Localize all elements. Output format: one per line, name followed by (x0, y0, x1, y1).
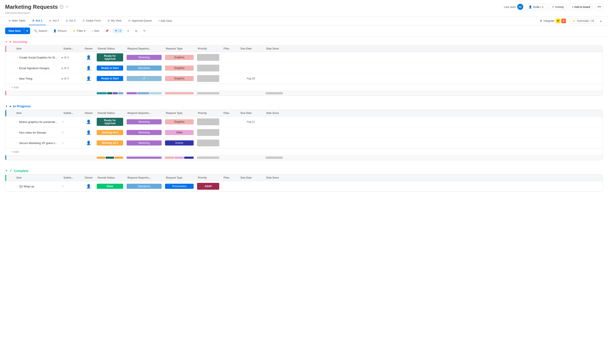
new-item-button[interactable]: New Item ▾ (5, 27, 30, 34)
add-to-board-button[interactable]: + Add to board (569, 4, 593, 10)
tab-act1[interactable]: ⊞ Act 1 (29, 16, 46, 25)
row-reqtype[interactable]: Presentation (163, 182, 195, 190)
add-subitem-icon[interactable]: + (16, 185, 18, 188)
expand-arrow-complete[interactable]: ▼ (5, 169, 8, 172)
row-item-name[interactable]: + Create Social Graphics for Elevat... (14, 54, 61, 61)
row-status[interactable]: Ready to Start (95, 75, 125, 82)
row-status[interactable]: Ready for Approval (95, 117, 125, 127)
add-row-incoming[interactable]: + Add (5, 84, 603, 91)
row-owner[interactable]: 👤 (82, 74, 95, 83)
row-owner[interactable]: 👤 (82, 182, 95, 191)
row-priority[interactable]: ASAP (195, 181, 221, 191)
invite-button[interactable]: 👤 Invite / 1 (526, 4, 546, 10)
row-subitem[interactable]: ⊟ (61, 119, 82, 125)
mailchimp-logo: M (556, 19, 560, 23)
integrate-button[interactable]: ⚙ Integrate M G (538, 18, 568, 24)
filter-button[interactable]: ⚡ Filter ▾ (70, 28, 88, 34)
edit-button[interactable]: ✎ (141, 28, 148, 34)
tab-my-view[interactable]: ⊞ My View (104, 16, 125, 25)
row-status[interactable]: Working on it (95, 129, 125, 136)
row-subitem[interactable]: ▶ ⊟ 3 (61, 65, 82, 71)
row-owner[interactable]: 👤 (82, 53, 95, 62)
collapse-button[interactable]: ▲ (599, 19, 603, 23)
automate-button[interactable]: ⚡ Automate / 15 (570, 18, 596, 24)
col-header-subitem: Subite... (61, 45, 82, 52)
row-reqtype[interactable]: Graphics (163, 64, 195, 72)
row-priority[interactable] (195, 73, 221, 84)
col-header-priority: Priority (195, 45, 221, 52)
add-subitem-icon[interactable]: + (16, 131, 18, 134)
formula-button[interactable]: ◎ (133, 28, 139, 34)
row-dept[interactable]: Marketing (125, 118, 163, 126)
tab-act3[interactable]: ⊞ Act 3 (62, 16, 79, 25)
row-reqtype[interactable]: Graphics (163, 75, 195, 82)
expand-arrow-incoming[interactable]: ▼ (5, 40, 8, 43)
more-options-button[interactable]: ••• (595, 3, 603, 10)
add-subitem-icon[interactable]: + (16, 120, 18, 123)
hidden-columns-badge[interactable]: 👁 / 5 (113, 28, 123, 33)
row-subitem[interactable]: ▶ ⊟ 3 (61, 54, 82, 61)
row-status[interactable]: Done (95, 182, 125, 190)
row-owner[interactable]: 👤 (82, 138, 95, 148)
add-subitem-icon[interactable]: + (16, 67, 18, 69)
table-icon: ⊞ (128, 19, 131, 22)
row-status[interactable]: Ready to Start (95, 64, 125, 72)
tab-approval-queue[interactable]: ⊞ Approval Queue (125, 16, 155, 25)
expand-arrow-inprogress[interactable]: ▼ (5, 105, 8, 108)
row-item-name[interactable]: + New Thing (14, 75, 61, 82)
tab-main-table[interactable]: ⊞ Main Table (5, 16, 29, 25)
row-reqtype[interactable]: Video (163, 129, 195, 136)
tab-intake-form[interactable]: ☰ Intake Form (79, 16, 104, 25)
row-dept[interactable]: Marketing (125, 53, 163, 61)
row-dept[interactable]: Operations (125, 64, 163, 72)
row-dept[interactable]: Operations (125, 182, 163, 190)
row-item-name[interactable]: + Secure Marketing VP guest spea... (14, 140, 61, 146)
row-item-name[interactable]: + Q2 Wrap-up (14, 183, 61, 190)
row-priority[interactable] (195, 138, 221, 148)
row-subitem[interactable]: ▶ ⊟ 3 (61, 75, 82, 82)
add-subitem-icon[interactable]: + (16, 56, 18, 59)
row-subitem[interactable]: ⊟ (61, 183, 82, 189)
group-header-incoming: ▼ ♥ Incoming (5, 37, 603, 45)
row-item-name[interactable]: + Motion graphics for presentations (14, 119, 61, 125)
row-owner[interactable]: 👤 (82, 128, 95, 137)
activity-button[interactable]: ↗ Activity (549, 4, 567, 10)
sort-button[interactable]: ↕ Sort (90, 28, 101, 34)
row-status[interactable]: Working on it (95, 139, 125, 147)
row-dept[interactable]: Marketing (125, 139, 163, 147)
row-status[interactable]: Ready for Approval (95, 52, 125, 63)
info-icon[interactable]: i (60, 5, 63, 9)
row-priority[interactable] (195, 127, 221, 138)
main-content: ▼ ♥ Incoming Item Subite... Owner Overal… (0, 37, 608, 358)
row-subitem[interactable]: ⊟ (61, 129, 82, 136)
row-dept[interactable]: IT (125, 75, 163, 82)
tab-act2[interactable]: ⊞ Act 2 (46, 16, 62, 25)
add-subitem-icon[interactable]: + (16, 142, 18, 144)
add-view-button[interactable]: + Add View (155, 17, 175, 25)
row-reqtype[interactable]: Graphics (163, 53, 195, 61)
row-priority[interactable] (195, 117, 221, 127)
row-reqtype[interactable]: Graphics (163, 118, 195, 126)
add-subitem-icon[interactable]: + (16, 77, 18, 80)
board-description[interactable]: Add board description (5, 12, 603, 14)
row-item-name[interactable]: + Email Signature Designs (14, 65, 61, 71)
row-owner[interactable]: 👤 (82, 117, 95, 127)
summary-row-incoming (5, 91, 603, 96)
row-item-name[interactable]: + Intro video for Elevate (14, 129, 61, 136)
group-by-button[interactable]: ≡ (125, 28, 131, 34)
search-button[interactable]: 🔍 Search (32, 28, 49, 34)
row-dept[interactable]: Marketing (125, 129, 163, 136)
row-priority[interactable] (195, 52, 221, 63)
new-item-dropdown-arrow[interactable]: ▾ (24, 27, 30, 34)
col-header-item: Item (14, 110, 61, 116)
row-subitem[interactable]: ⊟ (61, 140, 82, 146)
pin-button[interactable]: 📌 (103, 28, 111, 34)
star-icon[interactable]: ☆ (65, 4, 68, 9)
tabs-right: ⚙ Integrate M G ⚡ Automate / 15 ▲ (538, 18, 603, 24)
row-owner[interactable]: 👤 (82, 63, 95, 73)
table-row: + Create Social Graphics for Elevat... ▶… (5, 52, 603, 63)
row-reqtype[interactable]: Events (163, 139, 195, 147)
add-row-inprogress[interactable]: + Add (5, 148, 603, 155)
row-priority[interactable] (195, 63, 221, 73)
person-filter-button[interactable]: 👤 Person (51, 28, 68, 34)
